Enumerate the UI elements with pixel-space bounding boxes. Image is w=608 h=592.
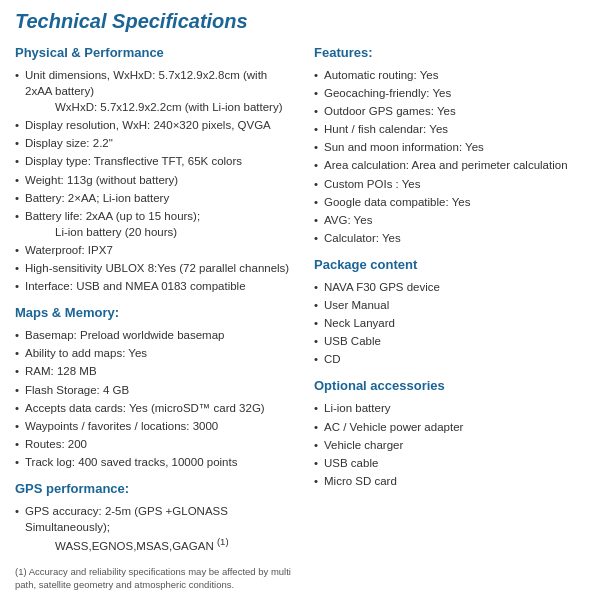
optional-list: Li-ion battery AC / Vehicle power adapte… — [314, 399, 593, 489]
list-item: Display type: Transflective TFT, 65K col… — [15, 152, 294, 170]
list-item: Display resolution, WxH: 240×320 pixels,… — [15, 116, 294, 134]
list-item: Neck Lanyard — [314, 314, 593, 332]
list-item: Waterproof: IPX7 — [15, 241, 294, 259]
left-column: Physical & Performance Unit dimensions, … — [15, 45, 294, 592]
list-item: Ability to add maps: Yes — [15, 344, 294, 362]
list-item: Track log: 400 saved tracks, 10000 point… — [15, 453, 294, 471]
list-item: Outdoor GPS games: Yes — [314, 102, 593, 120]
list-item: Battery life: 2xAA (up to 15 hours); Li-… — [15, 207, 294, 241]
list-item: Geocaching-friendly: Yes — [314, 84, 593, 102]
list-item: Hunt / fish calendar: Yes — [314, 120, 593, 138]
list-item: Sun and moon information: Yes — [314, 138, 593, 156]
list-item: Waypoints / favorites / locations: 3000 — [15, 417, 294, 435]
gps-list: GPS accuracy: 2-5m (GPS +GLONASS Simulta… — [15, 502, 294, 555]
list-item: Display size: 2.2" — [15, 134, 294, 152]
list-item: USB Cable — [314, 332, 593, 350]
list-item: Custom POIs : Yes — [314, 175, 593, 193]
section-package-title: Package content — [314, 257, 593, 272]
physical-list: Unit dimensions, WxHxD: 5.7x12.9x2.8cm (… — [15, 66, 294, 295]
package-list: NAVA F30 GPS device User Manual Neck Lan… — [314, 278, 593, 368]
list-item: CD — [314, 350, 593, 368]
list-item: High-sensitivity UBLOX 8:Yes (72 paralle… — [15, 259, 294, 277]
footnote: (1) Accuracy and reliability specificati… — [15, 565, 294, 592]
list-item: AVG: Yes — [314, 211, 593, 229]
section-maps-title: Maps & Memory: — [15, 305, 294, 320]
list-item: AC / Vehicle power adapter — [314, 418, 593, 436]
list-item: RAM: 128 MB — [15, 362, 294, 380]
section-physical-title: Physical & Performance — [15, 45, 294, 60]
list-item: Routes: 200 — [15, 435, 294, 453]
list-item: Micro SD card — [314, 472, 593, 490]
maps-list: Basemap: Preload worldwide basemap Abili… — [15, 326, 294, 471]
list-item: USB cable — [314, 454, 593, 472]
section-gps-title: GPS performance: — [15, 481, 294, 496]
list-item: Weight: 113g (without battery) — [15, 171, 294, 189]
list-item: Automatic routing: Yes — [314, 66, 593, 84]
list-item: Accepts data cards: Yes (microSD™ card 3… — [15, 399, 294, 417]
features-list: Automatic routing: Yes Geocaching-friend… — [314, 66, 593, 247]
list-item: Basemap: Preload worldwide basemap — [15, 326, 294, 344]
list-item: Calculator: Yes — [314, 229, 593, 247]
list-item: User Manual — [314, 296, 593, 314]
list-item: Area calculation: Area and perimeter cal… — [314, 156, 593, 174]
list-item: NAVA F30 GPS device — [314, 278, 593, 296]
section-features-title: Features: — [314, 45, 593, 60]
list-item: Li-ion battery — [314, 399, 593, 417]
list-item: Google data compatible: Yes — [314, 193, 593, 211]
section-optional-title: Optional accessories — [314, 378, 593, 393]
right-column: Features: Automatic routing: Yes Geocach… — [314, 45, 593, 592]
list-item: Battery: 2×AA; Li-ion battery — [15, 189, 294, 207]
list-item: Flash Storage: 4 GB — [15, 381, 294, 399]
list-item: Interface: USB and NMEA 0183 compatible — [15, 277, 294, 295]
list-item: Vehicle charger — [314, 436, 593, 454]
list-item: GPS accuracy: 2-5m (GPS +GLONASS Simulta… — [15, 502, 294, 555]
page-title: Technical Specifications — [15, 10, 593, 33]
list-item: Unit dimensions, WxHxD: 5.7x12.9x2.8cm (… — [15, 66, 294, 116]
